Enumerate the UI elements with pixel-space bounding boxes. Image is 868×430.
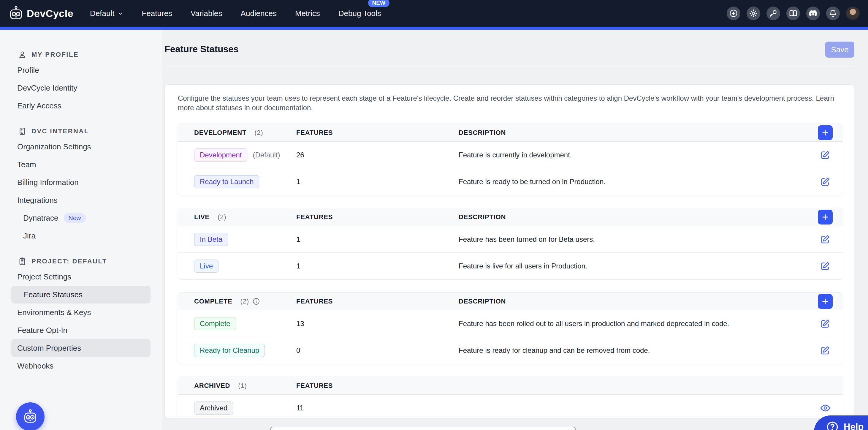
- live-table-header: LIVE (2) FEATURES DESCRIPTION: [178, 208, 843, 226]
- development-table: DEVELOPMENT (2) FEATURES DESCRIPTION Dev…: [178, 124, 843, 195]
- clipboard-icon: [18, 257, 27, 266]
- dynatrace-new-badge: New: [64, 213, 86, 223]
- sidebar-item-environments-keys[interactable]: Environments & Keys: [11, 304, 151, 321]
- feature-count: 26: [296, 151, 459, 159]
- status-description: Feature is currently in development.: [459, 151, 807, 159]
- plus-circle-icon: [729, 9, 738, 18]
- devcycle-robot-icon: [8, 6, 24, 21]
- question-mark-icon: [826, 421, 839, 430]
- book-open-icon: [789, 9, 798, 18]
- devcycle-robot-icon: [23, 409, 38, 424]
- top-navbar: DevCycle Default Features Variables Audi…: [0, 0, 868, 27]
- complete-table: COMPLETE (2) FEATURES DESCRIPTION Com: [178, 292, 843, 364]
- building-icon: [18, 127, 27, 136]
- status-row-development: Development (Default) 26 Feature is curr…: [178, 142, 843, 168]
- statuses-card: Configure the statuses your team uses to…: [164, 84, 854, 418]
- add-status-button[interactable]: [818, 294, 833, 309]
- feature-count: 1: [296, 178, 459, 186]
- sidebar-item-team[interactable]: Team: [11, 156, 151, 174]
- sidebar-item-early-access[interactable]: Early Access: [11, 97, 151, 115]
- edit-pencil-icon: [820, 345, 831, 356]
- edit-pencil-icon: [820, 234, 831, 245]
- status-row-live: Live 1 Feature is live for all users in …: [178, 253, 843, 279]
- devcycle-logo[interactable]: DevCycle: [8, 6, 73, 21]
- api-keys-button[interactable]: [767, 6, 780, 20]
- edit-status-button[interactable]: [818, 175, 832, 189]
- key-icon: [769, 9, 778, 18]
- status-badge: Complete: [194, 317, 236, 330]
- nav-item-debug-tools[interactable]: Debug Tools NEW: [338, 9, 381, 18]
- documentation-button[interactable]: [786, 6, 800, 20]
- eye-icon: [819, 402, 831, 414]
- sidebar-item-feature-opt-in[interactable]: Feature Opt-In: [11, 321, 151, 339]
- status-badge: Ready for Cleanup: [194, 344, 265, 357]
- edit-status-button[interactable]: [818, 232, 832, 246]
- sidebar-item-devcycle-identity[interactable]: DevCycle Identity: [11, 79, 151, 97]
- status-description: Feature is ready to be turned on in Prod…: [459, 178, 807, 186]
- org-selector-dropdown[interactable]: Default: [90, 9, 123, 18]
- info-icon[interactable]: [252, 297, 260, 306]
- chevron-down-icon: [118, 10, 123, 16]
- discord-button[interactable]: [806, 6, 820, 20]
- gear-icon: [749, 9, 758, 18]
- brand-name: DevCycle: [27, 8, 73, 19]
- feature-count: 1: [296, 262, 459, 270]
- feature-count: 13: [296, 319, 459, 328]
- view-status-button[interactable]: [818, 401, 833, 416]
- sidebar-item-billing-information[interactable]: Billing Information: [11, 174, 151, 191]
- assistant-fab-button[interactable]: [16, 402, 44, 430]
- archived-table-header: ARCHIVED (1) FEATURES: [178, 377, 843, 395]
- page-header: Feature Statuses Save: [164, 30, 854, 66]
- edit-status-button[interactable]: [818, 148, 832, 162]
- feature-count: 11: [296, 404, 459, 412]
- add-status-button[interactable]: [818, 125, 833, 140]
- feature-count: 1: [296, 235, 459, 244]
- settings-sidebar: MY PROFILE Profile DevCycle Identity Ear…: [0, 30, 162, 430]
- person-icon: [18, 50, 27, 59]
- status-row-archived: Archived 11: [178, 395, 843, 418]
- status-badge: In Beta: [194, 233, 228, 246]
- edit-pencil-icon: [820, 150, 831, 160]
- user-avatar[interactable]: [846, 6, 860, 20]
- edit-status-button[interactable]: [818, 259, 832, 273]
- nav-item-metrics[interactable]: Metrics: [295, 9, 320, 18]
- live-table: LIVE (2) FEATURES DESCRIPTION In Beta 1 …: [178, 208, 843, 280]
- plus-icon: [821, 213, 829, 221]
- sidebar-item-integrations[interactable]: Integrations: [11, 191, 151, 209]
- default-suffix: (Default): [253, 151, 280, 159]
- sidebar-item-custom-properties[interactable]: Custom Properties: [11, 339, 151, 357]
- edit-pencil-icon: [820, 318, 831, 329]
- sidebar-item-project-settings[interactable]: Project Settings: [11, 268, 151, 286]
- section-project-default: PROJECT: DEFAULT: [11, 255, 151, 268]
- header-divider: [164, 66, 854, 66]
- nav-item-variables[interactable]: Variables: [191, 9, 222, 18]
- sidebar-item-organization-settings[interactable]: Organization Settings: [11, 138, 151, 156]
- nav-item-audiences[interactable]: Audiences: [241, 9, 277, 18]
- intro-text: Configure the statuses your team uses to…: [178, 94, 843, 113]
- sidebar-item-jira[interactable]: Jira: [11, 227, 151, 245]
- status-description: Feature is live for all users in Product…: [459, 262, 807, 270]
- notifications-button[interactable]: [826, 6, 840, 20]
- section-my-profile: MY PROFILE: [11, 48, 151, 61]
- discord-icon: [808, 9, 818, 18]
- add-status-button[interactable]: [818, 210, 833, 224]
- help-button[interactable]: Help: [814, 416, 868, 430]
- edit-status-button[interactable]: [818, 343, 832, 358]
- feature-count: 0: [296, 346, 459, 355]
- edit-pencil-icon: [820, 176, 831, 187]
- sidebar-item-profile[interactable]: Profile: [11, 61, 151, 79]
- cutoff-bottom-panel: [270, 427, 576, 430]
- sidebar-item-webhooks[interactable]: Webhooks: [11, 357, 151, 375]
- edit-status-button[interactable]: [818, 316, 832, 331]
- status-description: Feature has been turned on for Beta user…: [459, 235, 807, 244]
- sidebar-item-feature-statuses[interactable]: Feature Statuses: [11, 286, 151, 304]
- add-circle-button[interactable]: [727, 6, 740, 20]
- sidebar-item-dynatrace[interactable]: Dynatrace New: [11, 209, 151, 227]
- nav-item-features[interactable]: Features: [142, 9, 173, 18]
- settings-button[interactable]: [747, 6, 760, 20]
- status-description: Feature is ready for cleanup and can be …: [459, 346, 807, 355]
- save-button[interactable]: Save: [825, 41, 854, 58]
- section-dvc-internal: DVC INTERNAL: [11, 125, 151, 138]
- features-column-header: FEATURES: [296, 129, 459, 136]
- bell-icon: [829, 9, 837, 18]
